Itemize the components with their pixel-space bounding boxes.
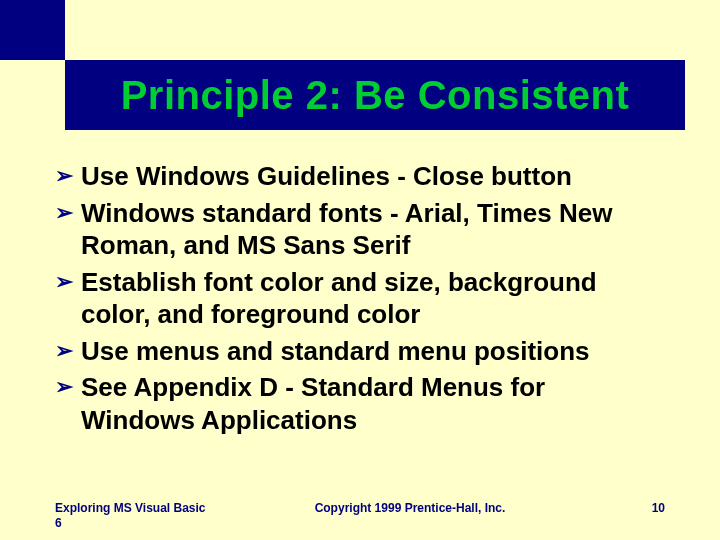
corner-decoration xyxy=(0,0,65,60)
footer-left: Exploring MS Visual Basic 6 xyxy=(55,501,215,530)
footer-copyright: Copyright 1999 Prentice-Hall, Inc. xyxy=(215,501,605,515)
slide-footer: Exploring MS Visual Basic 6 Copyright 19… xyxy=(55,501,665,530)
list-item: ➢ Windows standard fonts - Arial, Times … xyxy=(55,197,665,262)
bullet-text: See Appendix D - Standard Menus for Wind… xyxy=(81,371,665,436)
slide-body: ➢ Use Windows Guidelines - Close button … xyxy=(55,160,665,440)
bullet-icon: ➢ xyxy=(55,160,73,192)
list-item: ➢ Use menus and standard menu positions xyxy=(55,335,665,368)
list-item: ➢ Use Windows Guidelines - Close button xyxy=(55,160,665,193)
bullet-icon: ➢ xyxy=(55,197,73,229)
bullet-text: Establish font color and size, backgroun… xyxy=(81,266,665,331)
bullet-text: Windows standard fonts - Arial, Times Ne… xyxy=(81,197,665,262)
title-band: Principle 2: Be Consistent xyxy=(65,60,685,130)
slide-title: Principle 2: Be Consistent xyxy=(121,73,630,118)
slide: Principle 2: Be Consistent ➢ Use Windows… xyxy=(0,0,720,540)
bullet-text: Use menus and standard menu positions xyxy=(81,335,665,368)
list-item: ➢ Establish font color and size, backgro… xyxy=(55,266,665,331)
bullet-icon: ➢ xyxy=(55,335,73,367)
page-number: 10 xyxy=(605,501,665,515)
bullet-icon: ➢ xyxy=(55,371,73,403)
bullet-text: Use Windows Guidelines - Close button xyxy=(81,160,665,193)
list-item: ➢ See Appendix D - Standard Menus for Wi… xyxy=(55,371,665,436)
bullet-icon: ➢ xyxy=(55,266,73,298)
